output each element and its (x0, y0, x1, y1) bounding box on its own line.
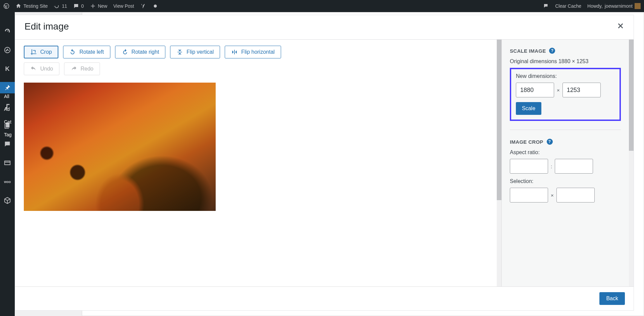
flyout-add[interactable]: Ad (4, 103, 12, 116)
edit-image-modal: Edit image Crop Rotate left Rotate right (15, 15, 634, 311)
rotate-left-label: Rotate left (79, 49, 104, 55)
box-icon (4, 197, 11, 204)
comment-icon (73, 3, 79, 9)
menu-activity[interactable] (0, 44, 15, 56)
comments-count: 0 (81, 3, 84, 9)
image-preview[interactable] (24, 83, 216, 211)
account-link[interactable]: Howdy, joewarnimont (587, 3, 641, 9)
card-icon (4, 159, 11, 167)
new-link[interactable]: New (90, 3, 107, 9)
crop-button[interactable]: Crop (24, 46, 58, 58)
view-post-link[interactable]: View Post (113, 3, 134, 9)
wordpress-icon (3, 3, 9, 9)
selection-width-input[interactable] (510, 188, 548, 202)
scale-button[interactable]: Scale (516, 102, 541, 115)
username: joewarnimont (605, 3, 633, 9)
rotate-right-icon (121, 49, 128, 55)
menu-contact[interactable] (0, 157, 15, 169)
aspect-ratio-label: Aspect ratio: (510, 149, 621, 155)
colon-separator: : (551, 164, 552, 169)
speech-icon (543, 3, 549, 9)
updates-count: 11 (62, 3, 67, 9)
main-scrollbar[interactable] (497, 40, 501, 286)
aspect-width-input[interactable] (510, 159, 548, 174)
gauge-icon (4, 28, 11, 35)
clear-cache-link[interactable]: Clear Cache (555, 3, 581, 9)
modal-title: Edit image (24, 21, 69, 32)
modal-footer: Back (15, 286, 634, 310)
avatar (635, 3, 641, 9)
flip-horizontal-icon (231, 49, 238, 55)
flyout-tag[interactable]: Tag (4, 128, 12, 141)
rotate-left-icon (69, 49, 76, 55)
site-name: Testing Site (23, 3, 48, 9)
selection-label: Selection: (510, 178, 621, 184)
flip-horizontal-label: Flip horizontal (241, 49, 275, 55)
close-icon (617, 22, 624, 30)
scale-heading: SCALE IMAGE (510, 48, 546, 54)
comment-icon (4, 140, 11, 148)
times-separator: × (551, 192, 554, 198)
notify-link[interactable] (543, 3, 549, 9)
yoast-link[interactable] (140, 3, 146, 9)
svg-point-2 (5, 47, 10, 53)
rotate-right-label: Rotate right (131, 49, 159, 55)
crop-icon (30, 49, 37, 55)
scale-width-input[interactable] (516, 83, 554, 97)
updates-link[interactable]: 11 (54, 3, 67, 9)
times-separator: × (557, 87, 560, 93)
selection-height-input[interactable] (556, 188, 595, 202)
flyout-cat[interactable]: Cat (4, 116, 12, 128)
plus-icon (90, 3, 96, 9)
modal-main: Crop Rotate left Rotate right Flip verti… (15, 40, 497, 286)
flip-vertical-icon (176, 49, 183, 55)
comments-link[interactable]: 0 (73, 3, 84, 9)
help-icon[interactable]: ? (547, 139, 553, 145)
redo-icon (70, 65, 77, 72)
undo-label: Undo (40, 66, 53, 72)
admin-bar: Testing Site 11 0 New View Post Clear Ca… (0, 0, 644, 12)
menu-dashboard[interactable] (0, 26, 15, 37)
close-button[interactable] (617, 22, 624, 31)
circle-icon (152, 3, 158, 9)
aspect-height-input[interactable] (555, 159, 593, 174)
redo-label: Redo (80, 66, 93, 72)
rotate-right-button[interactable]: Rotate right (115, 46, 166, 58)
flip-vertical-label: Flip vertical (186, 49, 214, 55)
rotate-left-button[interactable]: Rotate left (63, 46, 110, 58)
highlighted-region: New dimensions: × Scale (510, 68, 621, 121)
svg-point-1 (154, 5, 157, 8)
wp-logo[interactable] (3, 3, 9, 9)
activity-icon (4, 46, 11, 54)
menu-k[interactable]: K (0, 63, 15, 75)
admin-menu: K woo (0, 12, 15, 316)
status-dot[interactable] (152, 3, 158, 9)
new-label: New (98, 3, 107, 9)
original-dimensions: Original dimensions 1880 × 1253 (510, 58, 621, 64)
modal-sidebar: SCALE IMAGE ? Original dimensions 1880 ×… (501, 40, 629, 286)
undo-button: Undo (24, 62, 59, 75)
side-scrollbar[interactable] (629, 40, 634, 286)
flyout-all[interactable]: All (4, 90, 12, 103)
menu-woo[interactable]: woo (0, 176, 15, 187)
undo-icon (30, 65, 37, 72)
image-toolbar: Crop Rotate left Rotate right Flip verti… (24, 46, 488, 58)
yoast-icon (140, 3, 146, 9)
refresh-icon (54, 3, 60, 9)
crop-heading: IMAGE CROP (510, 139, 543, 145)
flip-vertical-button[interactable]: Flip vertical (170, 46, 220, 58)
back-button[interactable]: Back (599, 292, 625, 305)
flip-horizontal-button[interactable]: Flip horizontal (225, 46, 281, 58)
home-icon (15, 3, 21, 9)
scale-height-input[interactable] (562, 83, 601, 97)
redo-button: Redo (64, 62, 100, 75)
site-link[interactable]: Testing Site (15, 3, 48, 9)
divider (510, 130, 621, 130)
crop-label: Crop (40, 49, 52, 55)
menu-products[interactable] (0, 195, 15, 206)
modal-header: Edit image (15, 15, 634, 40)
howdy-prefix: Howdy, (587, 3, 603, 9)
new-dimensions-label: New dimensions: (516, 73, 615, 79)
help-icon[interactable]: ? (549, 48, 555, 54)
